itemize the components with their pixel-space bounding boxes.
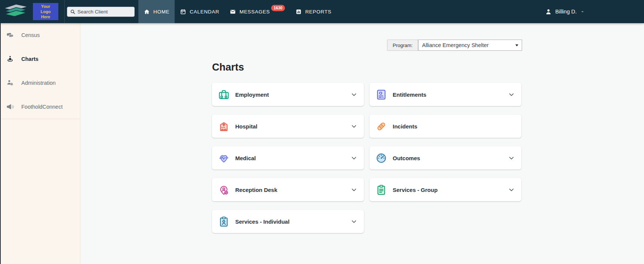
program-label: Program:: [387, 40, 418, 51]
chart-card-services-individual[interactable]: Services - Individual: [212, 210, 364, 233]
sidebar-item-label: Administration: [21, 80, 56, 86]
chart-card-label: Incidents: [393, 123, 515, 130]
nav-label: HOME: [153, 9, 169, 15]
chart-card-label: Reception Desk: [235, 187, 351, 193]
sidebar-item-label: Charts: [21, 56, 39, 62]
sidebar-item-label: FootholdConnect: [21, 104, 62, 110]
program-select[interactable]: Alliance Emergency Shelter: [418, 40, 522, 51]
administration-icon: [6, 79, 14, 87]
chevron-down-icon[interactable]: [508, 187, 515, 193]
chevron-down-icon[interactable]: [508, 155, 515, 161]
pin-person-icon: [218, 184, 230, 196]
clipboard-person-icon: [218, 216, 230, 227]
chart-card-medical[interactable]: Medical: [212, 146, 364, 170]
chart-card-reception-desk[interactable]: Reception Desk: [212, 178, 364, 201]
calendar-icon: [180, 9, 186, 15]
topbar: Your Logo Here HOME CALENDAR MESSAGES 16…: [0, 0, 644, 23]
chart-card-label: Services - Individual: [235, 218, 351, 225]
customer-logo: Your Logo Here: [33, 3, 58, 20]
nav-label: MESSAGES: [239, 9, 270, 15]
user-icon: [545, 8, 552, 15]
client-search[interactable]: [67, 7, 135, 17]
sidebar-item-footholdconnect[interactable]: FootholdConnect: [1, 95, 80, 119]
hospital-building-icon: [218, 121, 230, 132]
chart-card-label: Outcomes: [393, 155, 508, 161]
program-select-value: Alliance Emergency Shelter: [422, 42, 488, 48]
chevron-down-icon[interactable]: [351, 155, 357, 161]
heart-pulse-icon: [218, 152, 230, 164]
chart-card-outcomes[interactable]: Outcomes: [369, 146, 521, 170]
sidebar-item-charts[interactable]: Charts: [1, 47, 80, 71]
reports-icon: [295, 9, 302, 15]
mail-icon: [230, 9, 236, 15]
chart-card-entitlements[interactable]: Entitlements: [369, 83, 521, 106]
chart-card-label: Employment: [235, 91, 351, 98]
search-icon: [70, 9, 76, 15]
chevron-down-icon[interactable]: [351, 218, 357, 225]
program-selector: Program: Alliance Emergency Shelter: [387, 40, 522, 51]
page-title: Charts: [212, 62, 244, 73]
id-card-icon: [375, 89, 387, 100]
chart-card-services-group[interactable]: Services - Group: [369, 178, 521, 201]
app-logo-icon[interactable]: [3, 3, 28, 20]
chart-card-employment[interactable]: Employment: [212, 83, 364, 106]
sidebar-item-administration[interactable]: Administration: [1, 71, 80, 95]
chart-card-incidents[interactable]: Incidents: [369, 115, 521, 138]
topbar-divider: [64, 0, 65, 23]
sidebar-item-census[interactable]: Census: [1, 23, 80, 47]
chart-card-hospital[interactable]: Hospital: [212, 115, 364, 138]
chart-card-label: Entitlements: [393, 91, 508, 98]
chevron-down-icon[interactable]: [351, 187, 357, 193]
top-navigation: HOME CALENDAR MESSAGES 1630 REPORTS: [138, 0, 337, 23]
nav-item-calendar[interactable]: CALENDAR: [175, 0, 224, 23]
sidebar-divider: [1, 119, 80, 119]
gauge-icon: [375, 152, 387, 164]
sidebar-item-label: Census: [21, 32, 40, 38]
chart-card-label: Services - Group: [393, 187, 508, 193]
chart-card-label: Medical: [235, 155, 351, 161]
charts-icon: [6, 55, 14, 63]
select-caret-icon: [515, 44, 518, 46]
user-name: Billing D.: [555, 9, 577, 15]
chevron-down-icon[interactable]: [508, 91, 515, 98]
bandage-icon: [375, 121, 387, 132]
nav-item-reports[interactable]: REPORTS: [290, 0, 337, 23]
census-icon: [6, 31, 14, 39]
foothold-connect-icon: [6, 103, 14, 111]
chart-card-label: Hospital: [235, 123, 351, 130]
nav-label: CALENDAR: [190, 9, 219, 15]
chevron-down-icon[interactable]: [351, 123, 357, 130]
home-icon: [144, 9, 150, 15]
briefcase-icon: [218, 89, 230, 100]
chevron-down-icon[interactable]: [351, 91, 357, 98]
user-menu[interactable]: Billing D.: [545, 0, 585, 23]
sidebar: Census Charts Administration FootholdCon…: [0, 23, 80, 264]
caret-down-icon: [580, 9, 585, 14]
nav-item-home[interactable]: HOME: [138, 0, 175, 23]
nav-item-messages[interactable]: MESSAGES 1630: [224, 0, 290, 23]
nav-label: REPORTS: [305, 9, 331, 15]
chart-cards-grid: Employment Entitlements Hospital Inciden…: [212, 83, 521, 233]
messages-badge: 1630: [271, 5, 285, 11]
clipboard-list-icon: [375, 184, 387, 196]
search-input[interactable]: [77, 9, 132, 15]
main-content: Program: Alliance Emergency Shelter Char…: [80, 23, 644, 264]
